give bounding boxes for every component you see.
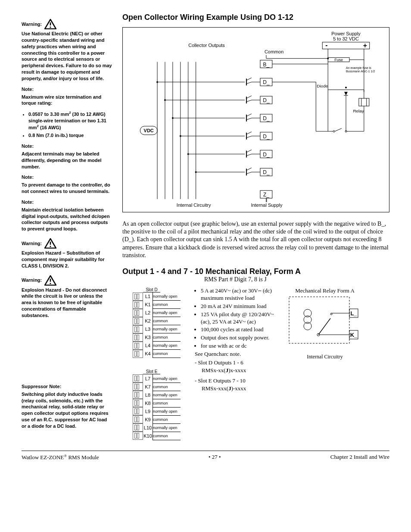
section2-subtitle: RMS Part # Digit 7, 8 is J xyxy=(204,276,389,283)
svg-text:Fuse: Fuse xyxy=(334,58,343,62)
svg-point-5 xyxy=(50,283,51,284)
relay-caption: Mechanical Relay Form A xyxy=(288,287,361,294)
warning-icon xyxy=(44,238,56,249)
slot-tables: Slot D L1normally openK1commonL2normally… xyxy=(122,287,187,440)
note-body-3: To prevent damage to the controller, do … xyxy=(22,182,112,195)
svg-text:5 to 32 VDC: 5 to 32 VDC xyxy=(333,36,359,41)
svg-point-3 xyxy=(50,246,51,247)
svg-text:VDC: VDC xyxy=(144,128,154,133)
warning-heading-1: Warning: xyxy=(22,19,112,29)
warning-heading-3: Warning: xyxy=(22,275,112,286)
svg-text:L_: L_ xyxy=(350,310,357,317)
note-body-1: Maximum wire size termination and torque… xyxy=(22,94,112,107)
svg-text:B_: B_ xyxy=(263,62,270,68)
svg-text:Common: Common xyxy=(265,49,283,54)
warning-body-2: Explosion Hazard – Substitution of compo… xyxy=(22,250,112,269)
svg-rect-27 xyxy=(359,98,369,106)
svg-line-96 xyxy=(246,168,252,170)
note-body-4: Maintain electrical isolation between di… xyxy=(22,207,112,232)
slot-part-list: Slot D Outputs 1 - 6RMSx-xx(J)x-xxxx Slo… xyxy=(195,359,280,392)
relay-svg: L_ K_ xyxy=(288,296,361,352)
svg-text:D_: D_ xyxy=(263,79,270,85)
svg-point-21 xyxy=(345,87,347,88)
section1-body: As an open collector output (see graphic… xyxy=(122,220,389,259)
section2-title: Output 1 - 4 and 7 - 10 Mechanical Relay… xyxy=(122,267,389,276)
svg-point-33 xyxy=(333,131,335,132)
page-footer: Watlow EZ-ZONE® RMS Module • 27 • Chapte… xyxy=(22,451,389,461)
svg-text:D_: D_ xyxy=(263,169,270,175)
note-body-2: Adjacent terminals may be labeled differ… xyxy=(22,151,112,170)
note-label-4: Note: xyxy=(22,199,112,205)
svg-line-64 xyxy=(246,96,252,98)
svg-line-53 xyxy=(246,78,252,80)
open-collector-diagram: Power Supply 5 to 32 VDC - + Fuse An exa… xyxy=(122,27,389,212)
svg-text:Z_: Z_ xyxy=(263,192,269,198)
slotE-table: L7normally openK7commonL8normally openK8… xyxy=(133,374,181,440)
svg-line-65 xyxy=(246,100,252,102)
svg-point-45 xyxy=(327,58,329,59)
svg-line-80 xyxy=(246,132,252,134)
svg-line-54 xyxy=(246,82,252,84)
svg-line-88 xyxy=(246,150,252,152)
svg-text:Collector Outputs: Collector Outputs xyxy=(188,43,225,48)
note-label-1: Note: xyxy=(22,86,112,93)
svg-text:Diode: Diode xyxy=(317,84,328,88)
suppressor-label: Suppressor Note: xyxy=(22,383,112,390)
svg-line-72 xyxy=(246,114,252,116)
svg-rect-8 xyxy=(322,42,369,49)
section1-title: Open Collector Wiring Example Using DO 1… xyxy=(122,13,389,22)
svg-line-34 xyxy=(335,128,342,131)
warning-body-1: Use National Electric (NEC) or other cou… xyxy=(22,31,112,82)
relay-figure: Mechanical Relay Form A xyxy=(288,287,361,440)
warning-body-3: Explosion Hazard - Do not disconnect whi… xyxy=(22,287,112,319)
svg-text:D_: D_ xyxy=(263,97,270,103)
svg-text:D_: D_ xyxy=(263,152,270,158)
main-content: Open Collector Wiring Example Using DO 1… xyxy=(122,13,389,440)
slotD-table: L1normally openK1commonL2normally openK2… xyxy=(133,292,181,358)
svg-line-89 xyxy=(246,154,252,156)
warning-heading-2: Warning: xyxy=(22,238,112,249)
svg-text:Bussmann AGC-1 1/2: Bussmann AGC-1 1/2 xyxy=(346,70,375,73)
relay-internal-label: Internal Circuitry xyxy=(288,354,361,360)
svg-text:An example fuse is: An example fuse is xyxy=(346,66,371,70)
svg-line-114 xyxy=(318,318,330,335)
svg-point-1 xyxy=(50,26,51,28)
quencharc-note: See Quencharc note. xyxy=(195,351,280,358)
warning-icon xyxy=(44,19,56,29)
svg-line-97 xyxy=(246,172,252,174)
note-label-2: Note: xyxy=(22,143,112,149)
svg-text:-: - xyxy=(325,41,327,49)
warning-label-2: Warning: xyxy=(22,240,42,247)
svg-text:Internal Circuitry: Internal Circuitry xyxy=(177,202,211,208)
svg-text:+: + xyxy=(363,42,367,49)
svg-text:Relay: Relay xyxy=(353,109,364,113)
note-label-3: Note: xyxy=(22,174,112,180)
svg-text:Internal Supply: Internal Supply xyxy=(251,202,282,208)
svg-line-73 xyxy=(246,118,252,120)
svg-text:Power Supply: Power Supply xyxy=(331,31,361,36)
spec-column: 5 A at 240V~ (ac) or 30V⎓ (dc) maximum r… xyxy=(195,287,280,440)
svg-text:K_: K_ xyxy=(350,332,358,338)
note1-list: 0.0507 to 3.30 mm2 (30 to 12 AWG) single… xyxy=(22,111,112,139)
suppressor-body: Switching pilot duty inductive loads (re… xyxy=(22,391,112,429)
warning-label-3: Warning: xyxy=(22,277,42,283)
sidebar-notes: Warning: Use National Electric (NEC) or … xyxy=(22,13,112,440)
slotE-title: Slot E xyxy=(143,369,160,374)
slotD-title: Slot D xyxy=(143,287,160,292)
warning-label: Warning: xyxy=(22,21,42,28)
svg-rect-110 xyxy=(289,297,349,343)
svg-point-116 xyxy=(330,313,332,315)
svg-text:D_: D_ xyxy=(263,134,270,140)
svg-text:D_: D_ xyxy=(263,115,270,121)
warning-icon xyxy=(44,275,56,286)
spec-list: 5 A at 240V~ (ac) or 30V⎓ (dc) maximum r… xyxy=(195,287,280,350)
svg-line-81 xyxy=(246,136,252,138)
